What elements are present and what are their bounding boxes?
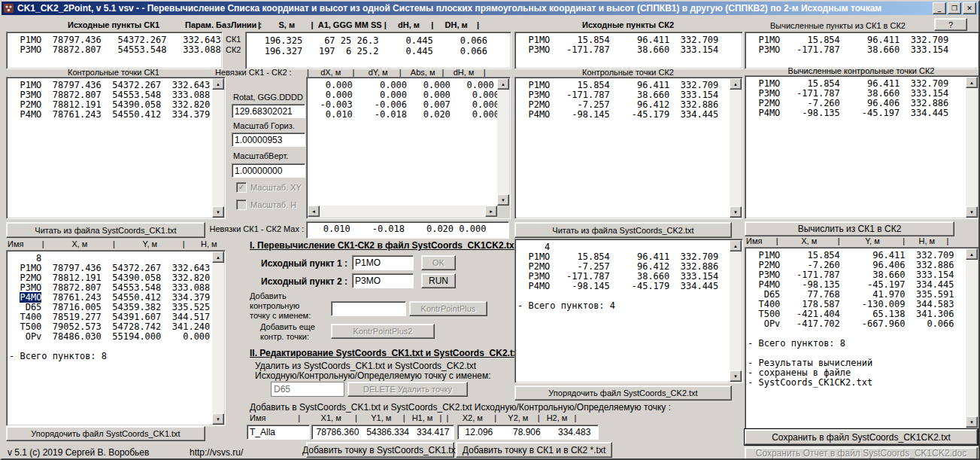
minimize-icon[interactable]: _	[933, 2, 946, 14]
source-point1-input[interactable]	[352, 255, 414, 270]
calc-points-ck2-header: Вычисленные пункты из СК1 в СК2	[745, 21, 931, 30]
nevyazki-max-field[interactable]: 0.010 -0.018 0.020 0.000	[306, 221, 509, 239]
read-ck2-file-button[interactable]: Читать из файла SystCoords_CK2.txt	[514, 222, 732, 238]
scroll-down-icon[interactable]: ▼	[966, 416, 978, 428]
scale-xy-checkbox[interactable]: ✓ Масштаб. XY	[236, 182, 302, 193]
scroll-up-icon[interactable]: ▲	[730, 240, 742, 251]
checkbox-checked-icon: ✓	[236, 182, 247, 193]
control-point-name-input[interactable]	[331, 301, 406, 316]
nevyazki-label: Невязки СК1 - СК2 :	[215, 68, 292, 77]
calc-result-scrollbar[interactable]: ▲ ▼	[966, 248, 978, 428]
delete-line1-label: Удалить из SystCoords_CK1.txt и SystCoor…	[255, 361, 476, 371]
scroll-left-icon[interactable]: ◄	[308, 206, 320, 217]
points-ck2-list[interactable]: 4 P1MO 15.854 96.411 332.709 P2MO -7.257…	[516, 240, 730, 382]
src-ck2-header: Исходные пункты СК2	[514, 20, 742, 29]
scale-xy-label: Масштаб. XY	[250, 183, 302, 192]
scroll-down-icon[interactable]: ▼	[212, 413, 224, 425]
baseline-row-ck1-label: СК1	[226, 35, 241, 44]
ok-button[interactable]: OK	[421, 255, 456, 270]
calc-ctrl-points-ck2-box: P1MO 15.854 96.411 332.709 P3MO -171.787…	[745, 75, 979, 219]
scroll-up-icon[interactable]: ▲	[212, 78, 224, 90]
ctrl-ck1-scrollbar[interactable]: ▲ ▼	[212, 78, 224, 218]
points-ck1-scrollbar[interactable]: ▲ ▼	[212, 251, 224, 425]
scroll-down-icon[interactable]: ▼	[730, 206, 742, 218]
title-bar[interactable]: CK1_CK2_2Point, v 5.1 vsv - - Перевычисл…	[2, 2, 978, 15]
read-ck1-file-button[interactable]: Читать из файла SystCoords_CK1.txt	[6, 222, 205, 238]
scale-vertical-label: МасштабВерт.	[233, 151, 288, 160]
order-ck1-file-button[interactable]: Упорядочить файл SystCoords_CK1.txt	[6, 426, 205, 441]
calculate-ck1-to-ck2-button[interactable]: Вычислить из СК1 в СК2	[745, 221, 954, 236]
src-points-ck1-box: P1MO 78797.436 54372.267 332.643 P3MO 78…	[6, 32, 223, 69]
help-button[interactable]: ?	[934, 18, 967, 31]
src-points-ck2-list[interactable]: P1MO 15.854 96.411 332.709 P3MO -171.787…	[516, 33, 742, 68]
ctrl-points-ck1-header: Контрольные точки СК1	[6, 68, 221, 77]
points-ck2-scrollbar[interactable]: ▲ ▼	[730, 240, 742, 382]
save-file-button[interactable]: Сохранить в файл SystCoords_CK1CK2.txt	[745, 429, 978, 445]
nevyazki-hscrollbar[interactable]: ◄ ►	[308, 206, 497, 218]
baseline-params-label: Парам. БазЛинии :	[185, 20, 262, 29]
scroll-down-icon[interactable]: ▼	[966, 206, 978, 218]
src-points-ck1-list[interactable]: P1MO 78797.436 54372.267 332.643 P3MO 78…	[8, 33, 221, 68]
scroll-down-icon[interactable]: ▼	[497, 194, 509, 206]
add-point-ck2-coords-input[interactable]	[457, 425, 599, 440]
scroll-down-icon[interactable]: ▼	[212, 206, 224, 218]
add-point-name-input[interactable]	[247, 425, 310, 440]
delete-point-name-input[interactable]	[271, 382, 344, 397]
add-more-control-points-label: Добавить еще контр. точки:	[260, 322, 315, 342]
add-point-ck1-ck2-button[interactable]: Добавить точку в СК1 и в СК2 *.txt	[456, 442, 612, 458]
scale-horizontal-input[interactable]	[232, 133, 305, 147]
kontr-point-plus-button[interactable]: KontrPointPlus	[409, 301, 487, 316]
calc-result-box: P1MO 15.854 96.411 332.709 P2MO -7.260 9…	[745, 247, 979, 429]
status-version: v 5.1 (c) 2019 Сергей В. Воробьев	[8, 447, 149, 458]
add-point-ck1-coords-input[interactable]	[311, 425, 454, 440]
delete-point-button[interactable]: DELETE Удалить точку	[347, 382, 468, 397]
scroll-up-icon[interactable]: ▲	[212, 251, 224, 263]
nevyazki-max-label: Невязки СК1 - СК2 Max :	[206, 224, 304, 233]
scroll-up-icon[interactable]: ▲	[730, 78, 742, 90]
section2-heading: II. Редактирование SystCoords_CK1.txt и …	[250, 348, 526, 358]
source-point2-input[interactable]	[352, 273, 414, 288]
points-ck1-box: 8 P1MO 78797.436 54372.267 332.643 P2MO …	[6, 250, 226, 426]
baseline-params-table[interactable]: 196.325 67 25 26.3 0.445 0.066 196.327 1…	[247, 33, 510, 68]
calc-result-list[interactable]: P1MO 15.854 96.411 332.709 P2MO -7.260 9…	[746, 248, 966, 428]
save-report-button[interactable]: Сохранить Отчет в файл SystCoords_CK1CK2…	[745, 447, 978, 460]
run-button[interactable]: RUN	[421, 273, 456, 288]
points-ck1-list[interactable]: 8 P1MO 78797.436 54372.267 332.643 P2MO …	[8, 251, 212, 425]
baseline-params-box: 196.325 67 25 26.3 0.445 0.066 196.327 1…	[245, 32, 511, 69]
scale-h-checkbox[interactable]: Масштаб. Н	[236, 200, 296, 210]
close-icon[interactable]: ✕	[963, 2, 976, 14]
section1-heading: I. Перевычисление СК1-СК2 в файл SystCoo…	[250, 240, 523, 251]
nevyazki-list[interactable]: 0.000 0.000 0.000 0.000 0.000 0.000 0.00…	[308, 78, 497, 206]
rotation-input[interactable]	[232, 104, 305, 118]
maximize-icon[interactable]: ❐	[948, 2, 961, 14]
scale-vertical-input[interactable]	[232, 163, 305, 178]
calc-ctrl-points-ck2-list[interactable]: P1MO 15.854 96.411 332.709 P3MO -171.787…	[746, 77, 966, 218]
status-url[interactable]: http://vsvs.ru/	[190, 447, 243, 458]
src-points-ck2-box: P1MO 15.854 96.411 332.709 P3MO -171.787…	[514, 32, 743, 69]
nevyazki-vscrollbar[interactable]: ▲ ▼	[497, 78, 509, 206]
kontr-point-plus2-button[interactable]: KontrPointPlus2	[331, 324, 435, 339]
delete-line2-label: Исходную/Контрольную/Определяемую точку …	[255, 370, 491, 381]
order-ck2-file-button[interactable]: Упорядочить файл SystCoords_CK2.txt	[514, 385, 732, 401]
scroll-up-icon[interactable]: ▲	[966, 248, 978, 260]
ctrl-ck2-scrollbar[interactable]: ▲ ▼	[730, 78, 742, 218]
add-control-point-label: Добавить контрольную точку с именем:	[250, 291, 311, 321]
add-point-columns-header: Имя | X1, м | Y1, м | H1, м | | X2, м | …	[250, 413, 626, 422]
add-point-ck1-button[interactable]: Добавить точку в SystCoords_CK1.txt	[306, 442, 454, 458]
source-point1-label: Исходный пункт 1 :	[261, 258, 347, 269]
calc-points-ck2-list[interactable]: P1MO 15.854 96.411 332.709 P3MO -171.787…	[746, 33, 978, 68]
list-rows: D65 78716.005 54359.382 335.525 T400 785…	[9, 302, 210, 361]
calc-ctrl-ck2-scrollbar[interactable]: ▲ ▼	[966, 77, 978, 218]
scroll-up-icon[interactable]: ▲	[966, 77, 978, 88]
scroll-up-icon[interactable]: ▲	[497, 78, 509, 90]
ctrl-points-ck1-list[interactable]: P1MO 78797.436 54372.267 332.643 P3MO 78…	[8, 78, 212, 218]
scale-h-label: Масштаб. Н	[250, 200, 296, 209]
scroll-down-icon[interactable]: ▼	[730, 370, 742, 382]
add-point-line-label: Добавить в SystCoords_CK1.txt и SystCoor…	[250, 402, 671, 413]
scroll-right-icon[interactable]: ►	[485, 206, 497, 217]
selected-point[interactable]: P4MO	[20, 292, 41, 303]
calc-points-ck2-box: P1MO 15.854 96.411 332.709 P3MO -171.787…	[745, 32, 979, 69]
points-ck2-box: 4 P1MO 15.854 96.411 332.709 P2MO -7.257…	[514, 239, 743, 383]
source-point2-label: Исходный пункт 2 :	[261, 276, 347, 287]
ctrl-points-ck2-list[interactable]: P1MO 15.854 96.411 332.709 P3MO -171.787…	[516, 78, 730, 218]
